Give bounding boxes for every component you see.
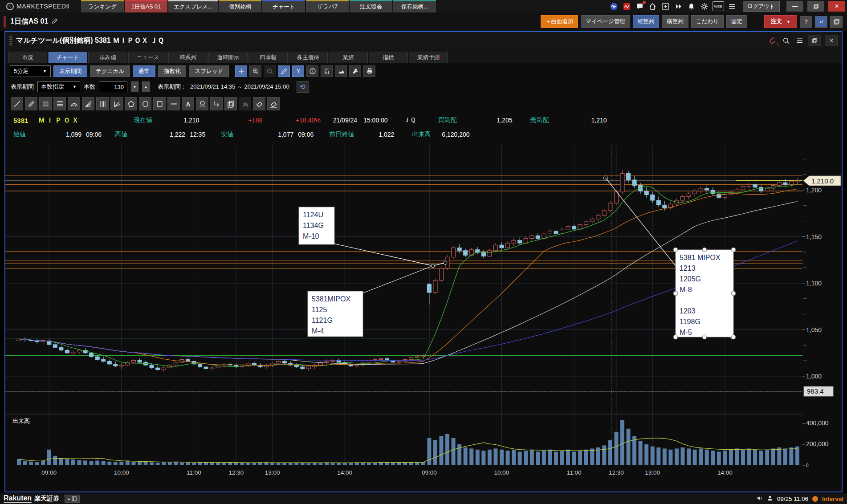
pagebar-button-4[interactable]: 横整列	[662, 15, 688, 28]
yen-icon[interactable]: ¥	[292, 65, 304, 77]
taskbar-toggle-button[interactable]: ▸	[65, 495, 80, 503]
tab-株主優待[interactable]: 株主優待	[289, 52, 328, 63]
menu-tab-7[interactable]: 注文照会	[350, 0, 392, 12]
text-tool-icon[interactable]: A	[182, 97, 194, 110]
pagebar-button-6[interactable]: 固定	[726, 15, 747, 28]
hamburger-menu-icon[interactable]	[727, 1, 737, 11]
menu-tab-3[interactable]: エクスプレス...	[168, 0, 218, 12]
period-mode-select[interactable]: 本数指定▼	[37, 81, 80, 92]
tab-指標[interactable]: 指標	[369, 52, 408, 63]
logout-button[interactable]: ログアウト	[743, 1, 780, 12]
pagebar-button-5[interactable]: こだわり	[691, 15, 724, 28]
rectangle-icon[interactable]	[153, 97, 166, 110]
window-title-bar[interactable]: マルチツール(個別銘柄) 5381 ＭＩＰＯＸ ＪＱ 1 ✕	[5, 32, 842, 49]
current-price-tag: 1,210.0	[803, 176, 841, 186]
four-horizontal-lines-icon[interactable]	[53, 97, 66, 110]
trend-line-icon[interactable]	[11, 97, 23, 110]
paperclip-link-icon[interactable]: 1	[768, 36, 778, 45]
menu-tab-1[interactable]: ランキング	[81, 0, 124, 12]
minimize-button[interactable]: —	[786, 1, 803, 12]
my-chart-icon[interactable]: MY	[321, 65, 333, 77]
restore-button[interactable]	[807, 1, 824, 12]
printer-icon[interactable]	[363, 65, 375, 77]
user-icon[interactable]	[767, 495, 773, 503]
toolbar-toggle-2[interactable]: テクニカル	[90, 65, 130, 77]
timeframe-select[interactable]: 5分足 ▼	[10, 65, 51, 77]
angle-lines-icon[interactable]	[110, 97, 123, 110]
eraser-line-icon[interactable]	[267, 97, 280, 110]
web-browser-icon[interactable]: WEB	[713, 1, 724, 11]
tab-業績[interactable]: 業績	[329, 52, 368, 63]
pentagon-icon[interactable]	[125, 97, 137, 110]
red-chart-icon[interactable]	[622, 1, 632, 11]
annotation-box-2[interactable]: 5381MIPOX11251121GM-4	[308, 291, 363, 337]
arrow-return-icon[interactable]	[210, 97, 223, 110]
parallel-lines-icon[interactable]	[25, 97, 37, 110]
notification-bubble-icon[interactable]	[635, 1, 645, 11]
toolbar-toggle-1[interactable]: 表示期間	[53, 65, 87, 77]
hand-icon[interactable]	[239, 97, 251, 110]
pencil-icon[interactable]	[278, 65, 290, 77]
pagebar-button-1[interactable]: ＋画面追加	[541, 15, 578, 28]
horizontal-segment-icon[interactable]	[167, 97, 180, 110]
menu-tab-5[interactable]: チャート	[262, 0, 305, 12]
annotation-box-3[interactable]: 5381 MIPOX12131205GM-812031198GM-5	[673, 248, 736, 339]
window-menu-icon[interactable]	[794, 36, 804, 45]
fibonacci-arc-icon[interactable]	[68, 97, 80, 110]
tab-四季報[interactable]: 四季報	[248, 52, 288, 63]
menu-tab-2[interactable]: 1日信AS 01	[125, 0, 167, 12]
count-increment-button[interactable]: ▲	[142, 81, 150, 92]
window-restore-button[interactable]	[808, 36, 821, 45]
count-decrement-button[interactable]: ▼	[131, 81, 138, 92]
info-icon[interactable]: i	[306, 65, 318, 77]
tab-適時開示[interactable]: 適時開示	[208, 52, 248, 63]
media-next-icon[interactable]	[674, 1, 684, 11]
zoom-out-icon[interactable]	[264, 65, 276, 77]
help-button[interactable]: ?	[800, 16, 812, 28]
edit-page-name-icon[interactable]	[52, 18, 58, 26]
pulse-chart-icon[interactable]	[609, 1, 619, 11]
toolbar-toggle-4[interactable]: 指数化	[158, 65, 187, 77]
eraser-icon[interactable]	[253, 97, 265, 110]
ellipse-icon[interactable]	[139, 97, 151, 110]
chart-area[interactable]: 1124U1134GM-105381MIPOX11251121GM-45381 …	[5, 142, 842, 492]
reset-period-button[interactable]: ⟲	[297, 81, 309, 93]
order-button[interactable]: 注文▼	[764, 15, 797, 28]
bar-count-input[interactable]: 130	[99, 81, 127, 92]
three-horizontal-lines-icon[interactable]	[39, 97, 52, 110]
zoom-in-icon[interactable]	[249, 65, 261, 77]
toolbar-toggle-5[interactable]: スプレッド	[189, 65, 229, 77]
pagebar-button-2[interactable]: マイページ管理	[581, 15, 630, 28]
bell-icon[interactable]	[687, 1, 696, 11]
menu-tab-4[interactable]: 個別銘柄	[219, 0, 261, 12]
window-layout-button[interactable]	[830, 16, 843, 28]
fan-lines-icon[interactable]	[82, 97, 94, 110]
pagebar-button-3[interactable]: 縦整列	[633, 15, 660, 28]
close-button[interactable]: ✕	[828, 1, 845, 12]
tab-歩み値[interactable]: 歩み値	[88, 52, 127, 63]
tab-チャート[interactable]: チャート	[48, 52, 87, 63]
speaker-icon[interactable]	[757, 495, 763, 503]
tab-業績予測[interactable]: 業績予測	[409, 52, 448, 63]
settings-gear-icon[interactable]	[700, 1, 709, 11]
add-window-icon[interactable]	[661, 1, 671, 11]
icon-stamp-icon[interactable]: ICON	[196, 97, 208, 110]
drag-grip[interactable]	[9, 36, 12, 45]
toolbar-toggle-3[interactable]: 通常	[133, 65, 155, 77]
candlestick-chart[interactable]: 1124U1134GM-105381MIPOX11251121GM-45381 …	[5, 142, 841, 490]
annotation-box-1[interactable]: 1124U1134GM-10	[299, 207, 334, 244]
tab-市況[interactable]: 市況	[8, 52, 47, 63]
menu-tab-8[interactable]: 保有銘柄...	[393, 0, 436, 12]
home-icon[interactable]	[648, 1, 658, 11]
copy-icon[interactable]	[224, 97, 237, 110]
return-arrow-button[interactable]	[815, 16, 827, 28]
crosshair-plus-icon[interactable]	[235, 65, 247, 77]
area-chart-icon[interactable]	[335, 65, 347, 77]
menu-tab-6[interactable]: ザラバ7	[306, 0, 349, 12]
tab-時系列[interactable]: 時系列	[168, 52, 208, 63]
wrench-icon[interactable]	[349, 65, 361, 77]
tab-ニュース[interactable]: ニュース	[128, 52, 167, 63]
vertical-lines-icon[interactable]	[96, 97, 109, 110]
window-close-button[interactable]: ✕	[825, 36, 838, 45]
search-icon[interactable]	[781, 36, 791, 45]
